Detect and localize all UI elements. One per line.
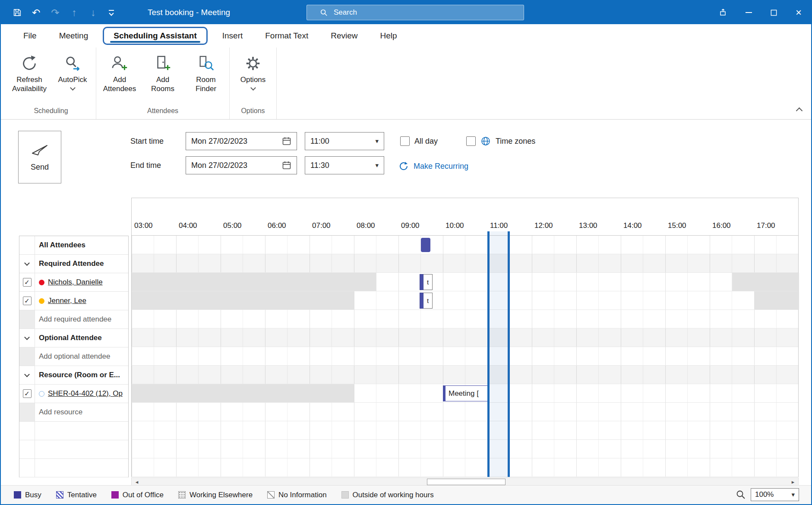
tab-file[interactable]: File: [12, 27, 48, 45]
group-label-scheduling: Scheduling: [8, 105, 94, 119]
out-of-office-swatch-icon: [111, 491, 119, 499]
tab-insert[interactable]: Insert: [211, 27, 254, 45]
calendar-icon: [282, 136, 291, 146]
all-day-checkbox[interactable]: All day: [400, 132, 438, 151]
add-attendees-icon: [111, 54, 129, 73]
offhours-shading: [132, 273, 376, 291]
hour-label: 17:00: [757, 221, 775, 230]
end-date-field[interactable]: Mon 27/02/2023: [186, 156, 297, 174]
popout-button[interactable]: [711, 1, 736, 24]
zoom-level-value: 100%: [755, 490, 774, 499]
resource-section-label: Resource (Room or E...: [35, 366, 128, 384]
timeline-row-empty: [132, 440, 798, 458]
start-time-field[interactable]: 11:00 ▾: [305, 132, 384, 150]
add-rooms-icon: [154, 54, 172, 73]
combined-busy-block[interactable]: [421, 238, 430, 252]
refresh-availability-button[interactable]: Refresh Availability: [8, 51, 51, 94]
hour-label: 04:00: [179, 221, 197, 230]
start-date-field[interactable]: Mon 27/02/2023: [186, 132, 297, 150]
start-time-value: 11:00: [310, 137, 329, 146]
tab-help[interactable]: Help: [369, 27, 408, 45]
selected-time-slot[interactable]: [487, 231, 510, 477]
tentative-appointment[interactable]: t: [420, 274, 433, 290]
end-time-field[interactable]: 11:30 ▾: [305, 156, 384, 174]
attendee-checkbox[interactable]: ✓: [23, 278, 32, 287]
minimize-button[interactable]: [736, 1, 761, 24]
timeline-row-required-header: [132, 254, 798, 273]
legend-no-information: No Information: [267, 491, 327, 499]
legend-outside-label: Outside of working hours: [353, 491, 434, 499]
time-zones-checkbox[interactable]: Time zones: [466, 132, 535, 151]
attendee-name-link[interactable]: Jenner, Lee: [48, 297, 86, 305]
make-recurring-label: Make Recurring: [414, 162, 468, 171]
add-required-attendee-label[interactable]: Add required attendee: [35, 310, 128, 328]
hour-label: 12:00: [534, 221, 553, 230]
optional-attendee-section[interactable]: Optional Attendee: [19, 329, 128, 347]
resource-checkbox[interactable]: ✓: [23, 389, 32, 398]
checkbox-icon: [466, 136, 476, 146]
empty-row: [19, 440, 128, 459]
scroll-right-arrow[interactable]: ▸: [788, 479, 798, 485]
attendee-checkbox[interactable]: ✓: [23, 297, 32, 305]
timeline-row-add-required: [132, 310, 798, 328]
search-input[interactable]: Search: [306, 5, 524, 20]
next-item-button[interactable]: ↓: [84, 1, 103, 24]
busy-swatch-icon: [14, 491, 21, 499]
resource-meeting-block[interactable]: Meeting [: [443, 385, 488, 401]
chevron-down-icon: [24, 335, 30, 340]
zoom-level-select[interactable]: 100% ▾: [751, 488, 799, 501]
options-button[interactable]: Options: [231, 51, 275, 90]
quick-access-toolbar: ↶ ↷ ↑ ↓: [1, 1, 120, 24]
undo-button[interactable]: ↶: [27, 1, 46, 24]
tab-scheduling-assistant[interactable]: Scheduling Assistant: [103, 27, 208, 45]
add-rooms-button[interactable]: Add Rooms: [141, 51, 184, 94]
hour-label: 14:00: [623, 221, 642, 230]
hour-label: 15:00: [668, 221, 686, 230]
add-resource-row[interactable]: Add resource: [19, 403, 128, 422]
close-button[interactable]: ×: [786, 1, 811, 24]
redo-button[interactable]: ↷: [46, 1, 65, 24]
add-required-attendee-row[interactable]: Add required attendee: [19, 310, 128, 329]
legend-busy: Busy: [14, 491, 41, 499]
room-finder-label-1: Room: [196, 75, 215, 84]
add-resource-label[interactable]: Add resource: [35, 403, 128, 421]
attendee-name-link[interactable]: Nichols, Danielle: [48, 278, 103, 287]
legend-elsewhere-label: Working Elsewhere: [190, 491, 253, 499]
autopick-button[interactable]: AutoPick: [51, 51, 94, 90]
undo-icon: ↶: [32, 7, 40, 19]
required-attendee-section[interactable]: Required Attendee: [19, 255, 128, 273]
timeline-row-jenner: t: [132, 291, 798, 310]
previous-item-button[interactable]: ↑: [65, 1, 84, 24]
legend-oof-label: Out of Office: [123, 491, 164, 499]
customize-qat-button[interactable]: [103, 1, 120, 24]
hour-label: 10:00: [445, 221, 464, 230]
scroll-left-arrow[interactable]: ◂: [132, 479, 142, 485]
status-busy-icon: [39, 280, 44, 285]
maximize-icon: [770, 9, 777, 16]
down-arrow-icon: ↓: [91, 7, 96, 19]
send-button[interactable]: Send: [18, 131, 61, 183]
tab-meeting[interactable]: Meeting: [48, 27, 100, 45]
room-finder-button[interactable]: Room Finder: [184, 51, 227, 94]
save-button[interactable]: [8, 1, 27, 24]
resource-section[interactable]: Resource (Room or E...: [19, 366, 128, 385]
tab-review[interactable]: Review: [319, 27, 369, 45]
make-recurring-button[interactable]: Make Recurring: [398, 157, 468, 176]
all-attendees-label: All Attendees: [35, 236, 128, 254]
tentative-appointment[interactable]: t: [420, 293, 433, 309]
scrollbar-thumb[interactable]: [427, 479, 506, 485]
tab-format-text[interactable]: Format Text: [254, 27, 319, 45]
chevron-down-icon: ▾: [791, 491, 795, 499]
timeline-row-add-optional: [132, 347, 798, 366]
window-controls: ×: [711, 1, 811, 24]
add-optional-attendee-row[interactable]: Add optional attendee: [19, 347, 128, 366]
collapse-ribbon-icon[interactable]: [796, 107, 803, 114]
recurrence-icon: [398, 161, 409, 171]
resource-name-link[interactable]: SHER-04-402 (12), Op: [48, 389, 123, 398]
maximize-button[interactable]: [761, 1, 786, 24]
status-legend: Busy Tentative Out of Office Working Els…: [1, 485, 811, 504]
add-attendees-button[interactable]: Add Attendees: [98, 51, 141, 94]
timeline-rows[interactable]: t t Meeting [: [132, 236, 798, 477]
add-optional-attendee-label[interactable]: Add optional attendee: [35, 347, 128, 366]
required-attendee-label: Required Attendee: [35, 255, 128, 273]
